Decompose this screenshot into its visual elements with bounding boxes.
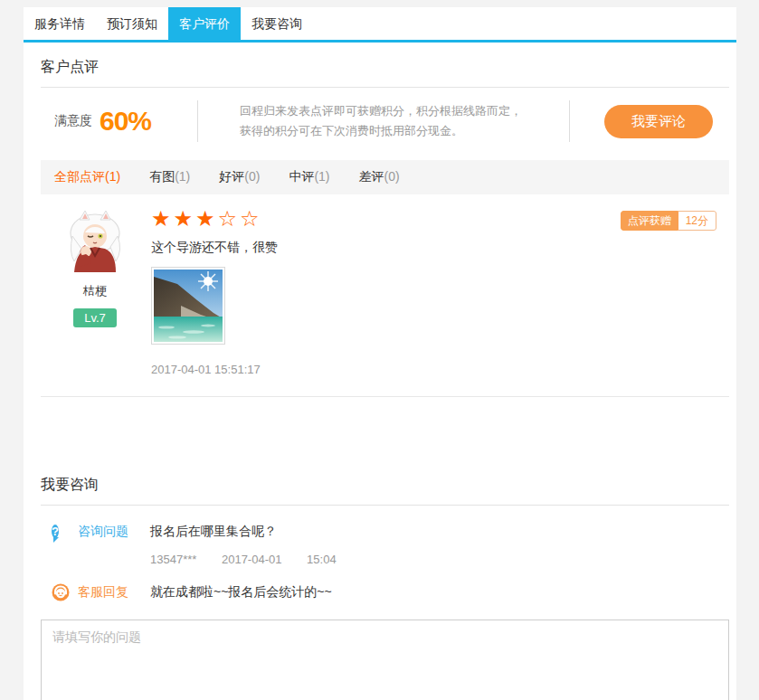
reply-row: 客服回复 就在成都啦~~报名后会统计的~~	[41, 583, 729, 601]
filter-positive[interactable]: 好评(0)	[219, 169, 260, 185]
review-timestamp: 2017-04-01 15:51:17	[151, 363, 729, 376]
tab-service-details[interactable]: 服务详情	[24, 7, 96, 40]
points-badge-label: 点评获赠	[621, 211, 678, 231]
filter-label: 差评	[359, 169, 384, 184]
filter-negative[interactable]: 差评(0)	[359, 169, 400, 185]
filter-with-photos[interactable]: 有图(1)	[149, 169, 190, 185]
filter-count: (0)	[244, 169, 260, 184]
vertical-divider	[569, 100, 570, 142]
customer-service-icon	[52, 583, 70, 601]
main-panel: 服务详情 预订须知 客户评价 我要咨询 客户点评 满意度 60% 回程归来发表点…	[24, 7, 736, 700]
filter-count: (1)	[105, 169, 120, 184]
question-bubble-icon: ?	[52, 523, 70, 541]
reviewer-column: 桔梗 Lv.7	[50, 205, 140, 376]
filter-label: 中评	[289, 169, 314, 184]
promo-line-2: 获得的积分可在下次消费时抵用部分现金。	[240, 121, 547, 141]
review-text: 这个导游还不错，很赞	[151, 240, 729, 256]
promo-line-1: 回程归来发表点评即可获赠积分，积分根据线路而定，	[240, 101, 547, 121]
filter-count: (1)	[175, 169, 190, 184]
points-promo-text: 回程归来发表点评即可获赠积分，积分根据线路而定， 获得的积分可在下次消费时抵用部…	[240, 101, 547, 141]
reviews-section-title: 客户点评	[41, 43, 729, 88]
question-text: 报名后在哪里集合呢？	[150, 524, 277, 540]
tab-bar: 服务详情 预订须知 客户评价 我要咨询	[24, 7, 736, 43]
avatar[interactable]	[63, 209, 127, 272]
review-item: 桔梗 Lv.7 ★★★☆☆ 点评获赠 12分 这个导游还不错，很赞	[41, 194, 729, 397]
filter-count: (0)	[384, 169, 400, 184]
satisfaction-block: 满意度 60%	[41, 106, 197, 137]
reply-label: 客服回复	[78, 584, 134, 601]
reply-text: 就在成都啦~~报名后会统计的~~	[150, 584, 332, 601]
question-time: 15:04	[307, 553, 337, 566]
tab-booking-notes[interactable]: 预订须知	[96, 7, 168, 40]
filter-neutral[interactable]: 中评(1)	[289, 169, 329, 185]
stars-empty: ☆☆	[218, 206, 262, 231]
question-label: 咨询问题	[78, 524, 134, 540]
tab-ask-question[interactable]: 我要咨询	[241, 7, 313, 40]
satisfaction-label: 满意度	[54, 113, 92, 129]
user-level-badge: Lv.7	[73, 308, 117, 327]
question-input[interactable]	[41, 620, 729, 700]
review-photo-thumbnail[interactable]	[151, 267, 225, 345]
question-row: ? 咨询问题 报名后在哪里集合呢？	[41, 523, 729, 541]
question-user: 13547***	[150, 553, 196, 566]
review-body: ★★★☆☆ 点评获赠 12分 这个导游还不错，很赞	[140, 205, 729, 376]
satisfaction-row: 满意度 60% 回程归来发表点评即可获赠积分，积分根据线路而定， 获得的积分可在…	[41, 88, 729, 155]
filter-label: 全部点评	[54, 169, 105, 184]
write-review-button[interactable]: 我要评论	[604, 105, 713, 138]
points-badge-value: 12分	[678, 211, 716, 231]
review-points-badge: 点评获赠 12分	[621, 211, 716, 231]
reviewer-name: 桔梗	[50, 283, 140, 299]
question-date: 2017-04-01	[222, 553, 282, 566]
review-filter-bar: 全部点评(1) 有图(1) 好评(0) 中评(1) 差评(0)	[41, 160, 729, 194]
filter-count: (1)	[314, 169, 329, 184]
question-meta: 13547*** 2017-04-01 15:04	[150, 553, 729, 566]
filter-label: 有图	[149, 169, 175, 184]
filter-label: 好评	[219, 169, 244, 184]
filter-all-reviews[interactable]: 全部点评(1)	[54, 169, 120, 185]
consult-section-title: 我要咨询	[41, 460, 729, 506]
tab-customer-reviews[interactable]: 客户评价	[168, 7, 241, 40]
stars-filled: ★★★	[151, 206, 218, 231]
satisfaction-value: 60%	[100, 106, 151, 137]
vertical-divider	[197, 100, 198, 142]
